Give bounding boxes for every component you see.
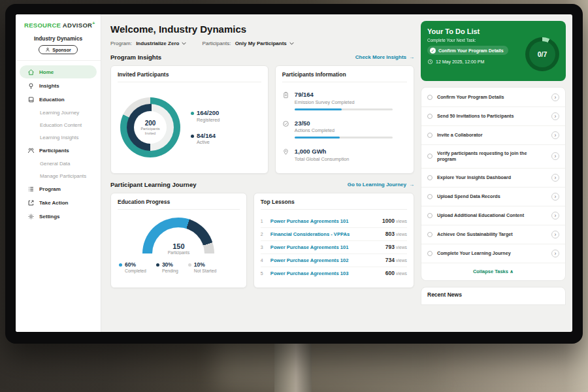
lesson-row: 2 Financial Considerations - VPPAs 803vi… <box>261 228 407 241</box>
todo-progress-count: 0/7 <box>529 41 555 67</box>
sidebar-item-take-action[interactable]: Take Action <box>20 196 97 209</box>
sidebar-item-education-content[interactable]: Education Content <box>20 119 97 131</box>
lesson-link[interactable]: Power Purchase Agreements 101 <box>270 218 378 224</box>
participants-dropdown[interactable]: Only My Participants <box>235 41 294 46</box>
go-to-learning-journey-link[interactable]: Go to Learning Journey → <box>348 182 414 188</box>
lesson-rank: 4 <box>261 258 266 263</box>
lesson-row: 3 Power Purchase Agreements 101 793views <box>261 241 407 254</box>
sidebar-item-general-data[interactable]: General Data <box>20 157 97 169</box>
sidebar-nav: Home Insights Education Learning Journey <box>16 61 101 223</box>
card-title: Participants Information <box>282 71 407 82</box>
task-row[interactable]: Complete Your Learning Journey › <box>421 244 565 263</box>
sidebar-item-participants[interactable]: Participants <box>20 144 97 157</box>
nav-label: Program <box>39 186 61 192</box>
info-progress-track <box>295 108 393 110</box>
home-icon <box>27 69 35 76</box>
task-checkbox[interactable] <box>427 175 433 180</box>
filters-row: Program: Industrialize Zero Participants… <box>110 41 414 46</box>
card-title: Invited Participants <box>118 71 261 82</box>
task-checkbox[interactable] <box>427 194 433 199</box>
legend-label: Not Started <box>194 269 216 274</box>
task-label: Upload Additional Educational Content <box>437 212 547 218</box>
gear-icon <box>27 213 35 220</box>
info-label: Emission Survey Completed <box>295 99 393 105</box>
task-chevron-button[interactable]: › <box>551 93 559 101</box>
lesson-link[interactable]: Power Purchase Agreements 102 <box>270 257 381 263</box>
sidebar-item-insights[interactable]: Insights <box>20 79 97 92</box>
check-circle-icon <box>282 120 289 127</box>
task-row[interactable]: Confirm Your Program Details › <box>421 88 565 107</box>
sidebar-item-education[interactable]: Education <box>20 93 97 106</box>
task-row[interactable]: Upload Additional Educational Content › <box>421 206 565 225</box>
sponsor-person-icon <box>45 47 50 52</box>
info-progress-fill <box>295 108 342 110</box>
check-more-insights-link[interactable]: Check More Insights → <box>355 54 414 60</box>
card-title: Education Progress <box>118 199 240 210</box>
sponsor-badge-label: Sponsor <box>52 48 71 52</box>
program-dropdown[interactable]: Industrialize Zero <box>136 41 186 46</box>
monitor-bezel: RESOURCE ADVISOR+ Industry Dynamics Spon… <box>5 4 583 344</box>
people-icon <box>27 147 35 154</box>
task-checkbox[interactable] <box>427 232 433 237</box>
lesson-views-count: 600 <box>385 270 395 276</box>
location-pin-icon <box>282 148 289 155</box>
task-row[interactable]: Verify participants requesting to join t… <box>421 145 565 169</box>
sidebar-item-home[interactable]: Home <box>20 65 97 78</box>
sidebar-item-settings[interactable]: Settings <box>20 210 97 223</box>
dashboard-screen: RESOURCE ADVISOR+ Industry Dynamics Spon… <box>16 14 572 332</box>
lesson-views-unit: views <box>396 245 407 250</box>
task-chevron-button[interactable]: › <box>551 152 559 160</box>
gauge-center-label: Participants <box>142 250 215 255</box>
lesson-views-count: 734 <box>385 257 395 263</box>
insights-cards-row: Invited Participants 200 Participants In… <box>110 65 414 174</box>
task-chevron-button[interactable]: › <box>551 131 559 139</box>
legend-item-completed: 60% Completed <box>119 261 146 274</box>
info-row-content: 79/164 Emission Survey Completed <box>295 91 393 110</box>
legend-label: Completed <box>125 269 146 274</box>
lesson-link[interactable]: Power Purchase Agreements 101 <box>270 244 381 250</box>
due-date: 12 May 2025, 12:00 PM <box>436 59 484 64</box>
monitor-stand <box>274 342 312 392</box>
task-checkbox[interactable] <box>427 213 433 218</box>
collapse-tasks-link[interactable]: Collapse Tasks ∧ <box>421 263 565 280</box>
task-label: Confirm Your Program Details <box>437 94 547 100</box>
task-chevron-button[interactable]: › <box>551 174 559 182</box>
task-chevron-button[interactable]: › <box>551 212 559 220</box>
task-checkbox[interactable] <box>427 95 433 100</box>
task-row[interactable]: Send 50 Invitations to Participants › <box>421 107 565 126</box>
task-row[interactable]: Achieve One Sustainability Target › <box>421 225 565 244</box>
task-checkbox[interactable] <box>427 133 433 138</box>
sidebar-item-learning-insights[interactable]: Learning Insights <box>20 131 97 143</box>
program-filter: Program: Industrialize Zero <box>110 41 186 46</box>
legend-item-active: 84/164 Active <box>191 132 220 146</box>
task-chevron-button[interactable]: › <box>551 112 559 120</box>
lesson-link[interactable]: Financial Considerations - VPPAs <box>270 231 381 237</box>
task-chevron-button[interactable]: › <box>551 231 559 238</box>
task-row[interactable]: Invite a Collaborator › <box>421 126 565 145</box>
task-chevron-button[interactable]: › <box>551 193 559 201</box>
brand-advisor: ADVISOR <box>63 22 92 29</box>
legend-dot <box>119 263 122 267</box>
task-checkbox[interactable] <box>427 154 433 159</box>
lesson-link[interactable]: Power Purchase Agreements 103 <box>270 270 381 276</box>
info-row-content: 23/50 Actions Completed <box>295 120 393 139</box>
task-chevron-button[interactable]: › <box>551 250 559 257</box>
lesson-views-count: 793 <box>385 244 395 250</box>
legend-label: Pending <box>162 269 178 274</box>
sidebar-item-learning-journey[interactable]: Learning Journey <box>20 106 97 118</box>
org-name: Industry Dynamics <box>21 35 95 42</box>
link-label: Go to Learning Journey <box>348 182 406 188</box>
task-checkbox[interactable] <box>427 114 433 119</box>
donut-center-label: Participants Invited <box>138 127 163 136</box>
next-task-chip[interactable]: ✓ Confirm Your Program Details <box>427 46 508 55</box>
task-checkbox[interactable] <box>427 251 433 256</box>
sidebar-item-program[interactable]: Program <box>20 182 97 195</box>
sponsor-badge[interactable]: Sponsor <box>39 45 77 54</box>
sidebar-item-manage-participants[interactable]: Manage Participants <box>20 170 97 182</box>
legend-dot <box>156 263 159 267</box>
legend-dot <box>188 263 191 267</box>
participants-information-card: Participants Information 79/164 Emission… <box>275 65 414 174</box>
task-row[interactable]: Explore Your Insights Dashboard › <box>421 169 565 188</box>
nav-label: General Data <box>40 161 70 167</box>
task-row[interactable]: Upload Spend Data Records › <box>421 188 565 206</box>
